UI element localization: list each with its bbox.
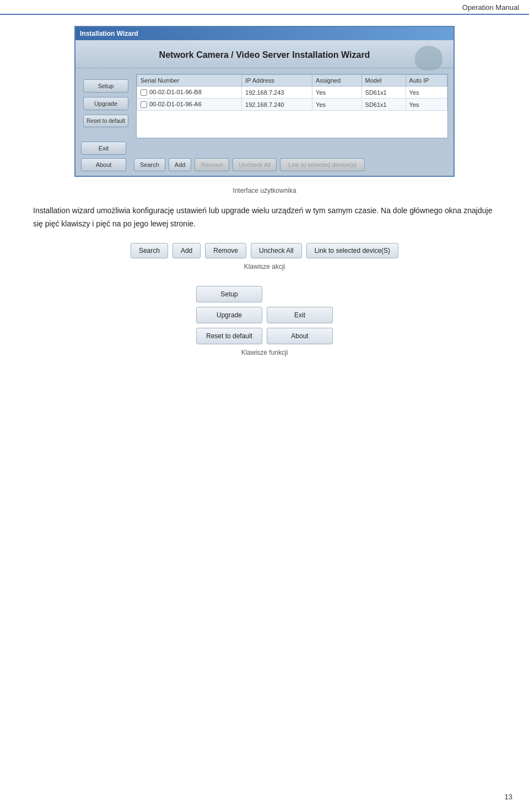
reset-button[interactable]: Reset to default [83,115,128,127]
action-keys-caption: Klawisze akcji [33,263,496,270]
wizard-header-area: Network Camera / Video Server Installati… [75,40,454,68]
action-row: About Search Add Remove Uncheck All Link… [81,158,448,171]
setup-button[interactable]: Setup [83,79,128,93]
action-link-btn[interactable]: Link to selected device(S) [306,243,398,258]
action-keys-bar: Search Add Remove Uncheck All Link to se… [33,243,496,258]
action-uncheck-btn[interactable]: Uncheck All [251,243,302,258]
search-button[interactable]: Search [134,158,165,171]
upgrade-button[interactable]: Upgrade [83,97,128,110]
exit-button[interactable]: Exit [81,142,126,155]
col-model: Model [361,75,406,86]
wizard-full-bottom: Exit About Search Add Remove Uncheck All… [75,138,454,176]
description-text: Installation wizard umożliwia konfigurac… [33,204,496,231]
wizard-heading: Network Camera / Video Server Installati… [81,50,448,60]
add-button[interactable]: Add [169,158,192,171]
page-title: Operation Manual [462,3,519,12]
col-serial: Serial Number [137,75,242,86]
col-autoip: Auto IP [406,75,447,86]
table-row: 00-02-D1-01-96-B8192.168.7.243YesSD61x1Y… [137,86,447,99]
wizard-sidebar: Setup Upgrade Reset to default [75,68,136,138]
wizard-table-area: Serial Number IP Address Assigned Model … [136,74,448,138]
about-button[interactable]: About [81,158,126,171]
func-exit-btn[interactable]: Exit [267,307,333,323]
function-keys-grid: Setup Upgrade Exit Reset to default Abou… [196,286,333,344]
wizard-caption: Interface użytkownika [33,187,496,194]
device-table: Serial Number IP Address Assigned Model … [137,74,447,111]
main-content: Installation Wizard Network Camera / Vid… [0,15,529,378]
col-ip: IP Address [242,75,312,86]
function-keys-caption: Klawisze funkcji [33,349,496,356]
col-assigned: Assigned [312,75,361,86]
remove-button[interactable]: Remove [195,158,229,171]
action-add-btn[interactable]: Add [172,243,201,258]
function-keys-area: Setup Upgrade Exit Reset to default Abou… [33,286,496,344]
func-reset-btn[interactable]: Reset to default [196,328,262,344]
exit-row: Exit [81,142,448,155]
wizard-body: Network Camera / Video Server Installati… [75,40,454,176]
page-number: 13 [505,793,512,801]
table-row: 00-02-D1-01-96-A6192.168.7.240YesSD61x1Y… [137,99,447,111]
func-about-btn[interactable]: About [267,328,333,344]
camera-icon [415,46,442,71]
page-header: Operation Manual [0,0,529,15]
wizard-window: Installation Wizard Network Camera / Vid… [74,26,455,177]
action-remove-btn[interactable]: Remove [205,243,246,258]
func-upgrade-btn[interactable]: Upgrade [196,307,262,323]
wizard-titlebar: Installation Wizard [75,27,454,40]
func-setup-btn[interactable]: Setup [196,286,262,302]
link-button[interactable]: Link to selected device(s) [280,158,365,171]
wizard-inner: Setup Upgrade Reset to default Serial Nu… [75,68,454,138]
action-search-btn[interactable]: Search [131,243,168,258]
uncheck-all-button[interactable]: Uncheck All [233,158,276,171]
